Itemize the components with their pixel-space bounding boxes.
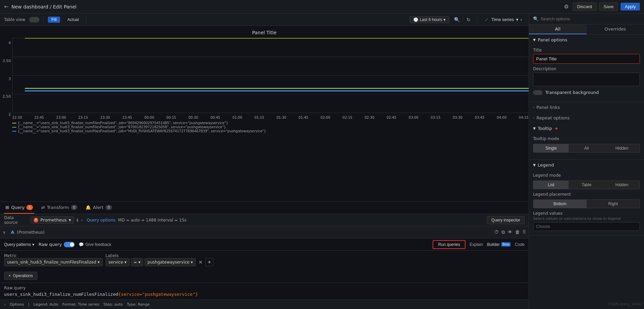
metric-chevron: ▾ <box>98 260 100 265</box>
transparent-row: Transparent background <box>533 90 640 95</box>
legend-color-3 <box>12 131 16 132</box>
tab-all[interactable]: All <box>529 24 587 34</box>
legend-hidden-button[interactable]: Hidden <box>604 181 640 189</box>
chart-canvas: 4 3.50 3 2.50 2 <box>0 38 529 119</box>
tooltip-header[interactable]: ▼ Tooltip <box>529 123 644 134</box>
query-badge: 1 <box>26 205 33 210</box>
query-inspector-button[interactable]: Query inspector <box>487 216 525 224</box>
prometheus-icon: P <box>34 218 38 223</box>
bottom-bar: › Options | Legend: Auto Format: Time se… <box>0 300 529 309</box>
search-icon: 🔍 <box>533 16 538 21</box>
apply-button[interactable]: Apply <box>621 3 640 11</box>
legend-title: Legend <box>538 162 554 168</box>
chart-toolbar-right: 🕐 Last 6 hours ▾ 🔍 ↻ ⟋ Time series ▾ › <box>410 16 525 23</box>
gear-button[interactable]: ⚙ <box>563 2 570 11</box>
panel-options-header[interactable]: ▼ Panel options <box>529 35 644 45</box>
query-drag-icon[interactable]: ⠿ <box>523 229 526 235</box>
panel-links-section[interactable]: › Panel links <box>529 102 644 113</box>
metric-select[interactable]: users_sink_hudi3_finalize_numFilesFinali… <box>4 258 103 266</box>
refresh-button[interactable]: ↻ <box>465 16 473 23</box>
transparent-toggle[interactable] <box>533 90 543 95</box>
legend-color-2 <box>12 127 16 128</box>
table-view-toggle[interactable] <box>29 17 39 22</box>
query-clock-icon[interactable]: ⏱ <box>494 229 499 235</box>
actual-button[interactable]: Actual <box>64 17 82 23</box>
operations-button[interactable]: + Operations <box>4 272 37 280</box>
operator-select[interactable]: = ▾ <box>131 258 143 266</box>
y-label-2: 2 <box>8 112 11 117</box>
builder-button[interactable]: Builder Beta <box>487 242 511 247</box>
tooltip-all-button[interactable]: All <box>569 144 604 152</box>
chevron-right-icon: › <box>520 17 522 22</box>
bottom-arrow[interactable]: › <box>4 302 5 307</box>
legend-values-label: Legend values <box>533 211 640 216</box>
time-range-label: Last 6 hours <box>420 17 442 22</box>
legend-values-input[interactable] <box>533 222 640 231</box>
raw-toggle[interactable] <box>64 242 75 247</box>
legend-table-button[interactable]: Table <box>569 181 604 189</box>
discard-button[interactable]: Discard <box>573 2 596 11</box>
panel-title-input[interactable] <box>533 54 640 64</box>
add-label-button[interactable]: + <box>205 258 213 266</box>
repeat-options-chevron: › <box>533 116 534 120</box>
options-label[interactable]: Options <box>10 302 24 307</box>
metric-label: Metric <box>4 253 103 258</box>
chart-toolbar: Table view Fill Actual 🕐 Last 6 hours ▾ … <box>0 14 529 26</box>
query-a-icons: ⏱ ⧉ 👁 🗑 ⠿ <box>494 229 526 235</box>
info-icon[interactable]: ℹ <box>77 218 78 223</box>
operations-label: Operations <box>13 273 33 278</box>
legend-list-button[interactable]: List <box>533 181 569 189</box>
feedback-button[interactable]: 💬 Give feedback <box>79 242 111 247</box>
tooltip-hidden-button[interactable]: Hidden <box>604 144 640 152</box>
fill-button[interactable]: Fill <box>48 17 60 23</box>
topbar-right: ⚙ Discard Save Apply <box>563 2 640 11</box>
query-eye-icon[interactable]: 👁 <box>508 229 512 235</box>
tab-overrides[interactable]: Overrides <box>587 24 644 34</box>
query-options-button[interactable]: Query options <box>87 218 115 223</box>
watermark: CSDN @shy_snow <box>608 302 641 306</box>
legend-header[interactable]: ▼ Legend <box>529 160 644 170</box>
query-a-collapse[interactable]: ∨ <box>3 230 8 235</box>
tooltip-required-dot <box>555 128 557 130</box>
query-patterns-button[interactable]: Query patterns ▾ <box>4 242 34 247</box>
tab-query[interactable]: ⊞ Query 1 <box>4 202 34 214</box>
legend-mode-group: List Table Hidden <box>533 180 640 189</box>
remove-label-button[interactable]: ✕ <box>197 259 204 266</box>
tooltip-single-button[interactable]: Single <box>533 144 569 152</box>
visualization-button[interactable]: ⟋ Time series ▾ › <box>481 16 525 23</box>
patterns-label: Query patterns <box>4 242 31 247</box>
tooltip-title: Tooltip <box>538 126 552 131</box>
time-range-button[interactable]: 🕐 Last 6 hours ▾ <box>410 16 449 23</box>
query-trash-icon[interactable]: 🗑 <box>515 229 520 235</box>
query-copy-icon[interactable]: ⧉ <box>501 229 505 235</box>
tab-transform[interactable]: ⇄ Transform 0 <box>40 202 79 214</box>
tab-alert[interactable]: 🔔 Alert 0 <box>84 202 113 214</box>
repeat-options-section[interactable]: › Repeat options <box>529 113 644 123</box>
run-queries-button[interactable]: Run queries <box>433 240 466 249</box>
tooltip-section: ▼ Tooltip Tooltip mode Single All Hidden <box>529 123 644 160</box>
save-button[interactable]: Save <box>599 2 618 11</box>
query-section: ⊞ Query 1 ⇄ Transform 0 🔔 Alert 0 Data s… <box>0 201 529 309</box>
repeat-options-label: Repeat options <box>536 115 570 120</box>
legend-bottom-button[interactable]: Bottom <box>533 200 587 208</box>
val-chevron: ▾ <box>191 260 193 265</box>
back-button[interactable]: ← <box>4 3 8 10</box>
legend-placement-label: Legend placement <box>533 192 640 197</box>
description-field-label: Description <box>533 66 640 71</box>
separator: | <box>28 302 30 307</box>
label-value-select[interactable]: pushgatewayservice ▾ <box>145 258 196 266</box>
description-input[interactable] <box>533 73 640 86</box>
legend-color-1 <box>12 123 16 123</box>
panel-tabs-row: All Overrides <box>529 24 644 35</box>
datasource-select[interactable]: P Prometheus ▾ <box>31 216 74 224</box>
code-button[interactable]: Code <box>515 242 525 247</box>
explain-button[interactable]: Explain <box>470 242 483 247</box>
legend-body: Legend mode List Table Hidden Legend pla… <box>529 173 644 235</box>
legend-right-button[interactable]: Right <box>587 200 640 208</box>
op-value: = <box>134 260 137 265</box>
search-input[interactable] <box>541 16 640 21</box>
zoom-button[interactable]: 🔍 <box>452 16 462 23</box>
divider3 <box>477 16 477 23</box>
label-key-select[interactable]: service ▾ <box>106 258 130 266</box>
main-layout: Table view Fill Actual 🕐 Last 6 hours ▾ … <box>0 14 644 309</box>
